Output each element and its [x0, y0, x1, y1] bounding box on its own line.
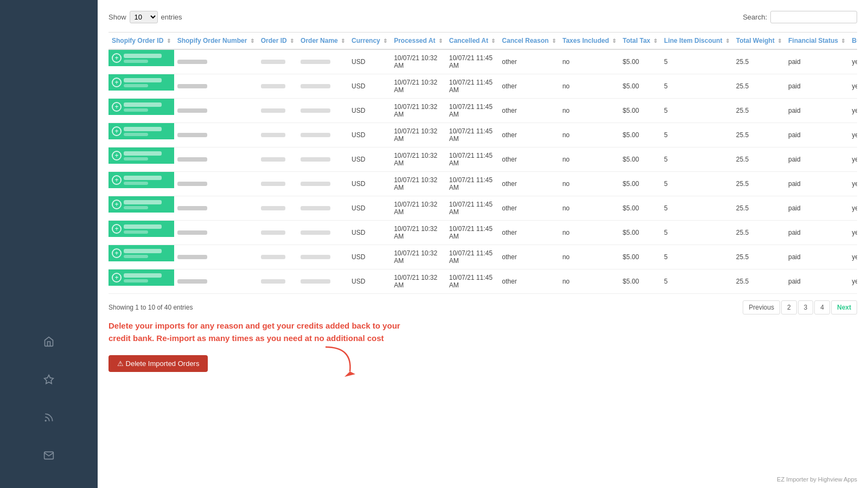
blurred-order-num [177, 206, 207, 210]
col-shopify-order-id[interactable]: Shopify Order ID ⇕ [108, 33, 174, 49]
col-cancelled-at[interactable]: Cancelled At ⇕ [446, 33, 499, 49]
col-cancel-reason[interactable]: Cancel Reason ⇕ [499, 33, 559, 49]
taxes-included-cell: no [559, 123, 620, 147]
table-controls: Show 10 25 50 100 entries Search: [108, 11, 857, 23]
currency-cell: USD [348, 123, 391, 147]
entries-label: entries [161, 13, 182, 21]
line-item-discount-cell: 5 [661, 147, 733, 172]
order-id-cell: + [108, 245, 174, 261]
currency-cell: USD [348, 49, 391, 74]
cancelled-at-cell: 10/07/21 11:45 AM [446, 196, 499, 221]
blurred-id-bar [124, 127, 162, 131]
expand-icon[interactable]: + [112, 200, 122, 209]
blurred-order-id [261, 60, 285, 64]
expand-icon[interactable]: + [112, 53, 122, 63]
expand-icon[interactable]: + [112, 102, 122, 112]
line-item-discount-cell: 5 [661, 245, 733, 269]
blurred-order-name [301, 279, 330, 284]
star-icon[interactable] [38, 369, 60, 390]
col-line-item-discount[interactable]: Line Item Discount ⇕ [661, 33, 733, 49]
expand-icon[interactable]: + [112, 175, 122, 185]
blurred-order-name [301, 182, 330, 186]
orders-table: Shopify Order ID ⇕ Shopify Order Number … [108, 33, 857, 294]
order-name-cell [297, 172, 348, 196]
expand-icon[interactable]: + [112, 126, 122, 136]
page-4-button[interactable]: 4 [814, 300, 830, 314]
financial-status-cell: paid [785, 99, 848, 123]
col-buyer-accepts-marketing[interactable]: Buyer Accepts Marketing ⇕ [848, 33, 857, 49]
blurred-id-bar-2 [124, 206, 148, 209]
sort-icon-order-id: ⇕ [290, 38, 294, 44]
financial-status-cell: paid [785, 123, 848, 147]
prev-page-button[interactable]: Previous [743, 300, 780, 314]
expand-icon[interactable]: + [112, 224, 122, 234]
order-id-cell: + [108, 269, 174, 286]
blurred-order-id [261, 108, 285, 113]
store-icon[interactable] [38, 331, 60, 352]
page-2-button[interactable]: 2 [781, 300, 797, 314]
order-id-cell: + [108, 172, 174, 188]
currency-cell: USD [348, 196, 391, 221]
blurred-order-num [177, 157, 207, 162]
expand-icon[interactable]: + [112, 151, 122, 160]
showing-entries-text: Showing 1 to 10 of 40 entries [108, 304, 193, 311]
blurred-id-bar [124, 78, 162, 82]
blurred-id-bar [124, 54, 162, 58]
blurred-id-bar [124, 273, 162, 278]
buyer-accepts-marketing-cell: yes [848, 49, 857, 74]
table-row: + USD10/07/21 10:32 AM10/07/21 11:45 AMo… [108, 74, 857, 99]
shopify-order-number-cell [174, 245, 258, 269]
col-shopify-order-number[interactable]: Shopify Order Number ⇕ [174, 33, 258, 49]
expand-icon[interactable]: + [112, 78, 122, 87]
total-weight-cell: 25.5 [733, 172, 785, 196]
total-tax-cell: $5.00 [620, 74, 661, 99]
order-id-cell-2 [258, 245, 297, 269]
financial-status-cell: paid [785, 172, 848, 196]
col-financial-status[interactable]: Financial Status ⇕ [785, 33, 848, 49]
blurred-id-bar-2 [124, 230, 148, 234]
shopify-order-number-cell [174, 172, 258, 196]
blurred-order-name [301, 108, 330, 113]
next-page-button[interactable]: Next [831, 300, 857, 314]
blurred-order-id [261, 255, 285, 259]
cancelled-at-cell: 10/07/21 11:45 AM [446, 147, 499, 172]
delete-imported-orders-button[interactable]: ⚠ Delete Imported Orders [108, 355, 208, 372]
col-total-tax[interactable]: Total Tax ⇕ [620, 33, 661, 49]
table-row: + USD10/07/21 10:32 AM10/07/21 11:45 AMo… [108, 221, 857, 245]
blurred-order-name [301, 255, 330, 259]
taxes-included-cell: no [559, 99, 620, 123]
col-currency[interactable]: Currency ⇕ [348, 33, 391, 49]
processed-at-cell: 10/07/21 10:32 AM [391, 196, 446, 221]
search-input[interactable] [770, 11, 857, 23]
expand-icon[interactable]: + [112, 248, 122, 258]
col-taxes-included[interactable]: Taxes Included ⇕ [559, 33, 620, 49]
line-item-discount-cell: 5 [661, 123, 733, 147]
sort-icon-taxes-included: ⇕ [612, 38, 616, 44]
blurred-id-bar [124, 151, 162, 156]
expand-icon[interactable]: + [112, 273, 122, 282]
sort-icon-order-name: ⇕ [341, 38, 345, 44]
processed-at-cell: 10/07/21 10:32 AM [391, 269, 446, 294]
blurred-order-id [261, 206, 285, 210]
sort-icon-cancel-reason: ⇕ [552, 38, 556, 44]
blurred-order-name [301, 206, 330, 210]
blurred-id-bar-2 [124, 133, 148, 136]
order-id-cell-2 [258, 49, 297, 74]
page-3-button[interactable]: 3 [798, 300, 814, 314]
total-weight-cell: 25.5 [733, 269, 785, 294]
svg-marker-0 [44, 375, 54, 384]
show-label: Show [108, 13, 126, 21]
mail-icon[interactable] [38, 445, 60, 466]
total-weight-cell: 25.5 [733, 147, 785, 172]
total-tax-cell: $5.00 [620, 172, 661, 196]
rss-icon[interactable] [38, 407, 60, 428]
search-label: Search: [743, 13, 767, 21]
col-order-name[interactable]: Order Name ⇕ [297, 33, 348, 49]
entries-select[interactable]: 10 25 50 100 [130, 11, 158, 23]
col-total-weight[interactable]: Total Weight ⇕ [733, 33, 785, 49]
sort-icon-total-weight: ⇕ [777, 38, 782, 44]
sort-icon-shopify-order-id: ⇕ [167, 38, 171, 44]
show-entries-control: Show 10 25 50 100 entries [108, 11, 182, 23]
col-processed-at[interactable]: Processed At ⇕ [391, 33, 446, 49]
col-order-id[interactable]: Order ID ⇕ [258, 33, 297, 49]
